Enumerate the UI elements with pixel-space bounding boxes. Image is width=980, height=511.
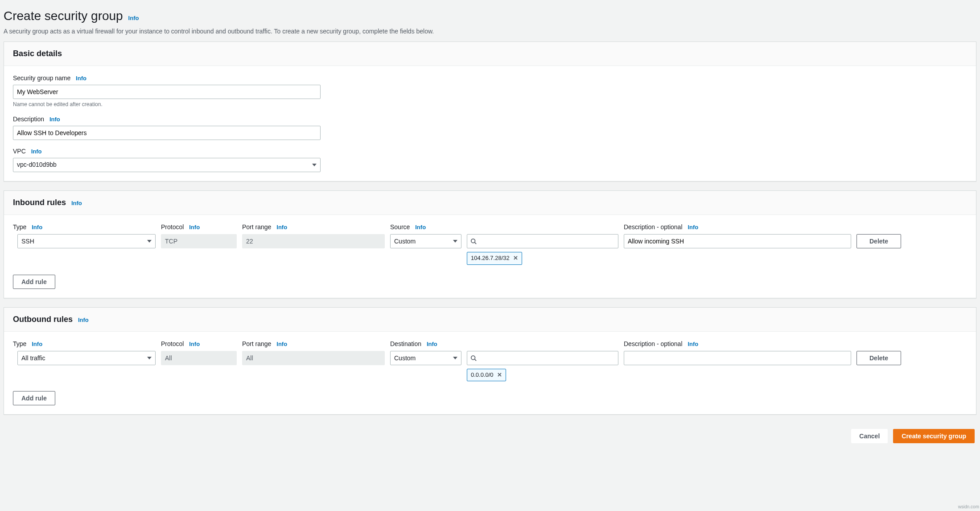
outbound-col-protocol: Protocol	[161, 340, 184, 347]
inbound-source-search[interactable]	[467, 234, 618, 248]
vpc-select[interactable]: vpc-d010d9bb	[13, 158, 321, 172]
outbound-protocol: All	[161, 351, 237, 365]
create-security-group-button[interactable]: Create security group	[893, 429, 975, 443]
outbound-port-value: All	[246, 354, 253, 363]
vpc-label: VPC	[13, 148, 26, 155]
svg-point-2	[471, 356, 475, 360]
inbound-protocol-value: TCP	[165, 237, 177, 246]
outbound-dest-mode-select[interactable]: Custom	[390, 351, 461, 365]
inbound-title: Inbound rules	[13, 197, 66, 208]
sg-name-info[interactable]: Info	[76, 75, 86, 82]
outbound-col-port-info[interactable]: Info	[276, 341, 287, 347]
inbound-col-protocol-info[interactable]: Info	[189, 224, 200, 231]
close-icon[interactable]: ✕	[497, 371, 502, 379]
svg-point-0	[471, 239, 475, 243]
chevron-down-icon	[147, 357, 152, 359]
sg-name-input[interactable]	[13, 85, 321, 99]
inbound-col-type: Type	[13, 223, 26, 231]
page-subtitle: A security group acts as a virtual firew…	[4, 27, 976, 36]
inbound-source-mode-select[interactable]: Custom	[390, 234, 461, 248]
inbound-type-value: SSH	[21, 237, 34, 246]
source-chip[interactable]: 104.26.7.28/32 ✕	[467, 252, 522, 264]
outbound-rules-panel: Outbound rules Info Type Info Protocol I…	[4, 307, 976, 415]
sg-desc-input[interactable]	[13, 126, 321, 140]
inbound-col-desc: Description - optional	[624, 223, 683, 231]
outbound-col-desc: Description - optional	[624, 340, 683, 347]
vpc-value: vpc-d010d9bb	[17, 161, 57, 169]
chevron-down-icon	[312, 164, 317, 166]
page-header: Create security group Info A security gr…	[4, 4, 976, 41]
chevron-down-icon	[147, 240, 152, 243]
inbound-rules-grid: Type Info Protocol Info Port range Info …	[13, 223, 967, 265]
inbound-col-protocol: Protocol	[161, 223, 184, 231]
outbound-add-rule-button[interactable]: Add rule	[13, 391, 55, 405]
outbound-type-select[interactable]: All traffic	[17, 351, 156, 365]
outbound-protocol-value: All	[165, 354, 172, 363]
outbound-rules-grid: Type Info Protocol Info Port range Info …	[13, 340, 967, 382]
outbound-dest-search[interactable]	[467, 351, 618, 365]
chevron-down-icon	[453, 240, 457, 243]
outbound-col-protocol-info[interactable]: Info	[189, 341, 200, 347]
inbound-col-port: Port range	[242, 223, 271, 231]
inbound-delete-button[interactable]: Delete	[856, 234, 901, 248]
outbound-delete-button[interactable]: Delete	[856, 351, 901, 365]
inbound-protocol: TCP	[161, 234, 237, 248]
outbound-type-value: All traffic	[21, 354, 45, 363]
outbound-col-type-info[interactable]: Info	[32, 341, 42, 347]
sg-desc-label: Description	[13, 115, 44, 123]
close-icon[interactable]: ✕	[513, 254, 518, 262]
sg-desc-info[interactable]: Info	[49, 116, 60, 123]
outbound-title: Outbound rules	[13, 314, 73, 325]
dest-chip[interactable]: 0.0.0.0/0 ✕	[467, 369, 506, 381]
inbound-col-type-info[interactable]: Info	[32, 224, 42, 231]
source-chip-label: 104.26.7.28/32	[471, 254, 510, 262]
footer-actions: Cancel Create security group	[4, 424, 976, 445]
outbound-title-info[interactable]: Info	[78, 317, 89, 323]
inbound-port-value: 22	[246, 237, 253, 246]
inbound-rules-panel: Inbound rules Info Type Info Protocol In…	[4, 190, 976, 298]
inbound-col-desc-info[interactable]: Info	[688, 224, 698, 231]
outbound-col-type: Type	[13, 340, 26, 347]
svg-line-3	[475, 359, 477, 361]
sg-name-label: Security group name	[13, 74, 70, 82]
page-info-link[interactable]: Info	[128, 15, 139, 21]
inbound-desc-input[interactable]	[624, 234, 851, 248]
outbound-dest-mode-value: Custom	[394, 354, 416, 363]
inbound-title-info[interactable]: Info	[71, 200, 82, 206]
page-title: Create security group	[4, 7, 123, 25]
cancel-button[interactable]: Cancel	[851, 429, 888, 443]
outbound-col-port: Port range	[242, 340, 271, 347]
inbound-port: 22	[242, 234, 385, 248]
inbound-type-select[interactable]: SSH	[17, 234, 156, 248]
search-icon	[470, 238, 477, 244]
inbound-col-source: Source	[390, 223, 410, 231]
search-icon	[470, 355, 477, 361]
basic-details-title: Basic details	[13, 48, 62, 59]
dest-chip-label: 0.0.0.0/0	[471, 371, 494, 379]
outbound-port: All	[242, 351, 385, 365]
inbound-col-source-info[interactable]: Info	[415, 224, 426, 231]
sg-name-hint: Name cannot be edited after creation.	[13, 101, 967, 108]
inbound-add-rule-button[interactable]: Add rule	[13, 275, 55, 289]
outbound-col-dest-info[interactable]: Info	[427, 341, 437, 347]
chevron-down-icon	[453, 357, 457, 359]
inbound-col-port-info[interactable]: Info	[276, 224, 287, 231]
inbound-source-mode-value: Custom	[394, 237, 416, 246]
vpc-info[interactable]: Info	[31, 148, 42, 155]
outbound-desc-input[interactable]	[624, 351, 851, 365]
outbound-col-desc-info[interactable]: Info	[688, 341, 698, 347]
outbound-col-dest: Destination	[390, 340, 421, 347]
basic-details-panel: Basic details Security group name Info N…	[4, 41, 976, 181]
svg-line-1	[475, 243, 477, 244]
